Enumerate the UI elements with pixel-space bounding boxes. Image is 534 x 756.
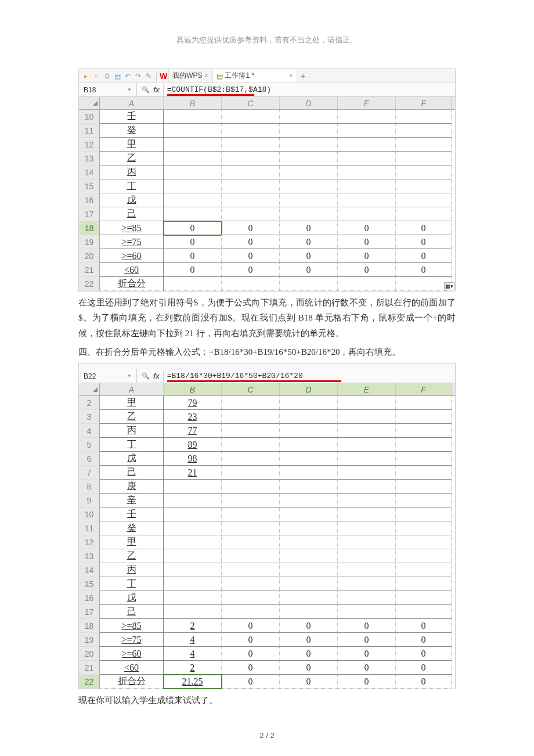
cell[interactable]: 0	[222, 661, 280, 675]
cell[interactable]: 4	[164, 647, 222, 661]
row-header[interactable]: 13	[79, 549, 100, 563]
col-header-F[interactable]: F	[396, 383, 452, 395]
cell[interactable]: 0	[164, 221, 222, 235]
cell[interactable]	[338, 396, 396, 410]
row-header[interactable]: 17	[79, 207, 100, 221]
select-all-corner[interactable]	[79, 97, 100, 109]
cell[interactable]	[338, 207, 396, 221]
cell[interactable]	[280, 152, 338, 165]
cell[interactable]: 折合分	[100, 277, 164, 291]
cell[interactable]: 癸	[100, 521, 164, 535]
cell[interactable]	[164, 535, 222, 549]
cell[interactable]: 0	[338, 235, 396, 249]
cell[interactable]	[280, 277, 338, 291]
cell[interactable]: 0	[338, 647, 396, 661]
cell[interactable]: 0	[338, 263, 396, 277]
row-header[interactable]: 12	[79, 535, 100, 549]
cell[interactable]	[338, 591, 396, 605]
cell[interactable]	[338, 605, 396, 619]
row-header[interactable]: 10	[79, 110, 100, 124]
row-header[interactable]: 7	[79, 466, 100, 480]
cell[interactable]	[396, 110, 452, 124]
cell[interactable]	[280, 396, 338, 410]
col-header-F[interactable]: F	[396, 97, 452, 109]
cell[interactable]	[280, 124, 338, 138]
row-header[interactable]: 12	[79, 138, 100, 152]
row-header[interactable]: 20	[79, 249, 100, 263]
cell[interactable]	[280, 507, 338, 521]
cell[interactable]	[280, 193, 338, 207]
col-header-C[interactable]: C	[222, 383, 280, 395]
cell[interactable]: 21.25	[164, 675, 222, 689]
col-header-B[interactable]: B	[164, 383, 222, 395]
cell[interactable]: 0	[164, 249, 222, 263]
row-header[interactable]: 15	[79, 179, 100, 193]
cell[interactable]	[222, 277, 280, 291]
cell[interactable]	[280, 452, 338, 466]
close-icon[interactable]: ×	[205, 73, 208, 79]
cell[interactable]: <60	[100, 263, 164, 277]
cell[interactable]	[222, 438, 280, 452]
cell[interactable]	[396, 124, 452, 138]
row-header[interactable]: 13	[79, 152, 100, 165]
cell[interactable]	[280, 165, 338, 179]
cell[interactable]: 0	[280, 619, 338, 633]
cell[interactable]: 0	[338, 249, 396, 263]
cell[interactable]: 0	[396, 661, 452, 675]
cell[interactable]	[396, 535, 452, 549]
cell[interactable]	[164, 138, 222, 152]
row-header[interactable]: 21	[79, 661, 100, 675]
cell[interactable]	[280, 494, 338, 507]
cell[interactable]: 戊	[100, 591, 164, 605]
cell[interactable]	[338, 124, 396, 138]
cell[interactable]	[164, 507, 222, 521]
cell[interactable]	[396, 480, 452, 494]
name-box[interactable]: B22 ▼	[79, 369, 137, 383]
cell[interactable]	[280, 424, 338, 438]
cell[interactable]	[164, 277, 222, 291]
row-header[interactable]: 11	[79, 124, 100, 138]
cell[interactable]	[164, 165, 222, 179]
cell[interactable]: >=60	[100, 249, 164, 263]
cell[interactable]: 0	[164, 235, 222, 249]
close-icon[interactable]: ×	[289, 73, 293, 79]
cell[interactable]	[280, 480, 338, 494]
cell[interactable]	[396, 138, 452, 152]
cell[interactable]	[222, 124, 280, 138]
cell[interactable]	[396, 165, 452, 179]
redo-icon[interactable]: ↷	[134, 71, 143, 81]
cell[interactable]	[396, 438, 452, 452]
row-header[interactable]: 17	[79, 605, 100, 619]
cell[interactable]	[338, 424, 396, 438]
cell[interactable]: 戊	[100, 452, 164, 466]
row-header[interactable]: 14	[79, 165, 100, 179]
cell[interactable]: 壬	[100, 507, 164, 521]
cell[interactable]: 己	[100, 207, 164, 221]
tab-workbook[interactable]: ▤ 工作簿1 * ×	[212, 69, 296, 82]
cell[interactable]	[280, 438, 338, 452]
cell[interactable]: 0	[222, 619, 280, 633]
formula-text[interactable]: =COUNTIF(B$2:B$17,$A18)	[167, 85, 271, 94]
cell[interactable]	[280, 605, 338, 619]
cell[interactable]	[164, 605, 222, 619]
cell[interactable]: 折合分	[100, 675, 164, 689]
cell[interactable]	[396, 563, 452, 577]
undo-icon[interactable]: ↶	[123, 71, 132, 81]
col-header-E[interactable]: E	[338, 97, 396, 109]
preview-icon[interactable]: ▤	[113, 71, 122, 81]
cell[interactable]	[338, 179, 396, 193]
cell[interactable]: 丙	[100, 165, 164, 179]
cell[interactable]	[164, 193, 222, 207]
cell[interactable]: 0	[396, 263, 452, 277]
row-header[interactable]: 18	[79, 619, 100, 633]
cell[interactable]	[164, 110, 222, 124]
row-header[interactable]: 19	[79, 633, 100, 647]
row-header[interactable]: 19	[79, 235, 100, 249]
cell[interactable]	[222, 507, 280, 521]
cell[interactable]	[338, 452, 396, 466]
cell[interactable]	[164, 207, 222, 221]
cell[interactable]	[280, 410, 338, 424]
cell[interactable]: 0	[164, 263, 222, 277]
cell[interactable]	[338, 466, 396, 480]
cell[interactable]	[222, 577, 280, 591]
